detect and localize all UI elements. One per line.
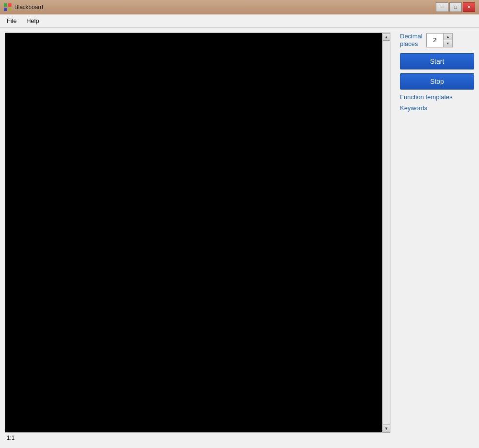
editor-textarea[interactable] (5, 33, 390, 432)
app-title: Blackboard (14, 4, 43, 11)
minimize-button[interactable]: ─ (436, 2, 448, 12)
close-button[interactable]: ✕ (463, 2, 475, 12)
svg-rect-2 (4, 8, 7, 11)
svg-rect-0 (4, 3, 7, 7)
scrollbar-vertical: ▲ ▼ (382, 33, 390, 432)
decimal-places-row: Decimalplaces ▲ ▼ (400, 33, 474, 47)
decimal-spinner: ▲ ▼ (426, 33, 453, 47)
menu-bar: File Help (0, 14, 479, 28)
start-button[interactable]: Start (400, 53, 474, 69)
title-buttons: ─ □ ✕ (436, 2, 475, 12)
menu-help[interactable]: Help (22, 15, 44, 26)
title-bar-left: Blackboard (4, 3, 43, 11)
editor-wrapper: ▲ ▼ (5, 33, 390, 433)
svg-rect-3 (8, 8, 11, 11)
status-bar: 1:1 (5, 433, 390, 443)
cursor-position: 1:1 (7, 435, 15, 441)
spinner-down-button[interactable]: ▼ (444, 40, 452, 47)
menu-file[interactable]: File (2, 15, 22, 26)
maximize-button[interactable]: □ (449, 2, 462, 12)
scroll-up-arrow[interactable]: ▲ (383, 33, 390, 41)
function-templates-link[interactable]: Function templates (400, 93, 474, 101)
spinner-buttons: ▲ ▼ (443, 34, 452, 47)
right-panel: Decimalplaces ▲ ▼ Start Stop Function te… (395, 28, 479, 448)
scroll-down-arrow[interactable]: ▼ (383, 425, 390, 432)
decimal-places-label: Decimalplaces (400, 33, 422, 47)
spinner-up-button[interactable]: ▲ (444, 34, 452, 40)
main-content: ▲ ▼ 1:1 Decimalplaces ▲ ▼ Start Stop Fun… (0, 28, 479, 448)
scroll-track-v[interactable] (383, 41, 390, 425)
decimal-places-input[interactable] (427, 34, 443, 47)
app-icon (4, 3, 11, 11)
title-bar: Blackboard ─ □ ✕ (0, 0, 479, 14)
keywords-link[interactable]: Keywords (400, 104, 474, 112)
stop-button[interactable]: Stop (400, 73, 474, 90)
svg-rect-1 (8, 3, 11, 7)
editor-area: ▲ ▼ 1:1 (0, 28, 395, 448)
